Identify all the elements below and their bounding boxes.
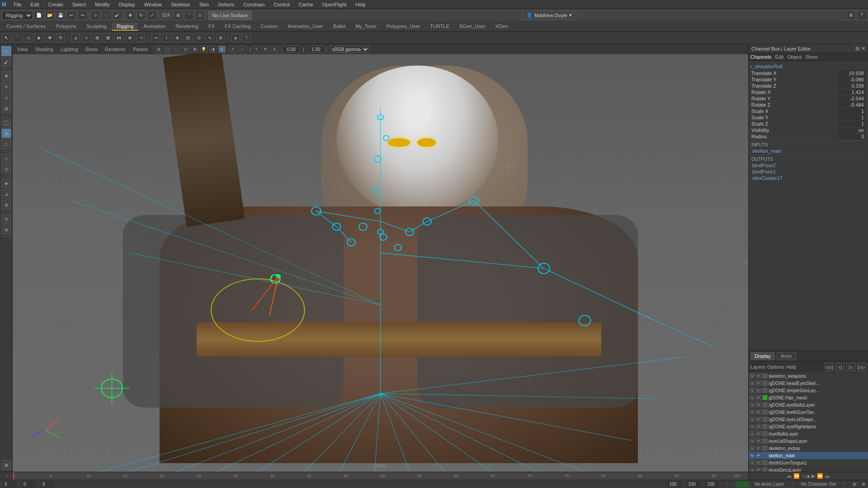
disconnect-joint-btn[interactable]: ⋈	[114, 33, 123, 42]
menu-deform[interactable]: Deform	[216, 2, 236, 7]
scale-btn[interactable]: ⤢	[147, 11, 156, 20]
timeline-ruler[interactable]: 0 5 10 15 20 25 30 35 40 45 50 55 60 65 …	[13, 472, 748, 480]
sculpt-btn[interactable]: ⊚	[1, 128, 11, 138]
render-btn[interactable]: ⊙	[1, 214, 11, 224]
output-skincluster17[interactable]: skinCluster17	[750, 175, 866, 181]
wire-btn[interactable]: ∿	[205, 33, 214, 42]
output-bindpose2[interactable]: bindPose2	[750, 162, 866, 169]
value-field-2[interactable]	[307, 46, 325, 53]
layer-hair-mesh[interactable]: V P gDONE:Hair_mesh	[749, 394, 868, 401]
layer-teethgumtongue[interactable]: V P /teethGumTongue1	[749, 459, 868, 466]
rp-close-btn[interactable]: ✕	[861, 46, 865, 52]
tab-fx[interactable]: FX	[204, 23, 219, 31]
rp-channels-tab[interactable]: Channels	[750, 54, 771, 60]
shadows-btn[interactable]: ◑	[209, 46, 217, 53]
layer-eyelid[interactable]: V P /gDONE:eyeLidShape...	[749, 416, 868, 423]
display-tab[interactable]: Display	[750, 352, 775, 360]
layer-eyerig[interactable]: V P /gDONE:eyeRigHelpers	[749, 423, 868, 430]
vp-shading-menu[interactable]: Shading	[33, 47, 56, 52]
lattice-btn[interactable]: ⊟	[184, 33, 193, 42]
wrap-btn[interactable]: ⊙	[194, 33, 203, 42]
soft-select-btn[interactable]: ◈	[34, 33, 43, 42]
frame-end2-field[interactable]: 100	[705, 481, 719, 488]
paint-select-btn[interactable]: ◁	[24, 33, 33, 42]
step-back-btn[interactable]: ⏪	[793, 473, 801, 479]
region-select-btn[interactable]: ⊡	[1, 164, 11, 174]
menu-openflight[interactable]: OpenFlight	[321, 2, 349, 7]
settings-btn[interactable]: ⚙	[846, 11, 855, 20]
play-back-btn[interactable]: ◁	[801, 473, 806, 479]
ipr-btn[interactable]: ⊛	[1, 225, 11, 235]
go-start-btn[interactable]: ⏮	[786, 474, 793, 479]
menu-create[interactable]: Create	[47, 2, 65, 7]
attr-translate-x[interactable]: Translate X 19.938	[750, 70, 866, 76]
grid-btn[interactable]: #	[230, 46, 237, 53]
tab-rigging[interactable]: Rigging	[112, 23, 138, 31]
arrow-select-btn[interactable]: ↖	[2, 33, 11, 42]
menu-skin[interactable]: Skin	[198, 2, 211, 7]
lights-btn[interactable]: 💡	[200, 46, 208, 53]
vp-renderer-menu[interactable]: Renderer	[102, 47, 128, 52]
hud-btn[interactable]: ⊹	[239, 46, 246, 53]
menu-help[interactable]: Help	[354, 2, 368, 7]
attr-rotate-x[interactable]: Rotate X 1.424	[750, 89, 866, 95]
input-skelton-main[interactable]: skelton_main	[750, 148, 866, 154]
rp-maximize-btn[interactable]: ⊞	[855, 46, 859, 52]
plus-btn[interactable]: +	[231, 33, 240, 42]
anim-tab[interactable]: Anim	[777, 352, 796, 360]
camera-btn[interactable]: ⊠	[1, 460, 11, 470]
play-fwd-btn[interactable]: ▶	[811, 473, 816, 479]
snap-curve-btn[interactable]: ⌒	[184, 11, 193, 20]
frame-marker-field[interactable]: 0	[41, 481, 54, 488]
move-manip-btn[interactable]: ✥	[45, 33, 54, 42]
layer-eyelidshape[interactable]: V P /eyeLidShapeLayer	[749, 437, 868, 445]
joint-tool-btn[interactable]: ⊿	[71, 33, 80, 42]
layer-simplegeo[interactable]: V P /gDONE:simpleGeoLay...	[749, 387, 868, 394]
reroot-btn[interactable]: ⊞	[93, 33, 102, 42]
tab-xgen-user[interactable]: XGen_User	[455, 23, 490, 31]
attr-visibility[interactable]: Visibility on	[750, 127, 866, 133]
color-space-select[interactable]: sRGB gamma	[329, 46, 369, 53]
tab-fx-caching[interactable]: FX Caching	[220, 23, 255, 31]
layer-scroll-left-btn[interactable]: ◁◁	[825, 362, 834, 371]
menu-window[interactable]: Window	[142, 2, 164, 7]
value-field-1[interactable]	[282, 46, 300, 53]
viewport[interactable]: View Shading Lighting Show Renderer Pane…	[13, 44, 748, 472]
attr-scale-y[interactable]: Scale Y 1	[750, 114, 866, 121]
menu-skeleton[interactable]: Skeleton	[169, 2, 192, 7]
snap-point-btn[interactable]: ⊙	[195, 11, 204, 20]
smooth-btn[interactable]: ◯	[164, 46, 171, 53]
translate-vis-btn[interactable]: T	[253, 46, 260, 53]
layers-options-label[interactable]: Options	[767, 364, 784, 370]
new-scene-btn[interactable]: 📄	[34, 11, 43, 20]
frame-start-field[interactable]: 0	[3, 481, 16, 488]
attr-scale-z[interactable]: Scale Z 1	[750, 121, 866, 127]
undo-btn[interactable]: ↩	[67, 11, 76, 20]
save-scene-btn[interactable]: 💾	[56, 11, 65, 20]
mode-select[interactable]: Rigging	[2, 11, 33, 20]
scale-vis-btn[interactable]: S	[271, 46, 278, 53]
menu-control[interactable]: Control	[272, 2, 291, 7]
layer-teethgum[interactable]: V P /gDONE:teethGumTon...	[749, 408, 868, 416]
move-btn[interactable]: ✥	[126, 11, 135, 20]
flat-btn[interactable]: □	[173, 46, 180, 53]
annotation-btn[interactable]: ⊕	[1, 200, 11, 210]
rotate-vis-btn[interactable]: R	[262, 46, 269, 53]
layers-help-label[interactable]: Help	[786, 364, 797, 370]
vp-lighting-menu[interactable]: Lighting	[58, 47, 81, 52]
poly-edit-btn[interactable]: □	[1, 139, 11, 149]
record-btn[interactable]	[736, 481, 749, 488]
menu-select[interactable]: Select	[71, 2, 88, 7]
tab-animation-user[interactable]: Animation_User	[283, 23, 327, 31]
attr-rotate-y[interactable]: Rotate Y -2.544	[750, 95, 866, 102]
layer-skeleton-extras[interactable]: V P skeleton_extras	[749, 445, 868, 452]
rp-object-tab[interactable]: Object	[787, 54, 802, 60]
move-tool-btn[interactable]: ✥	[1, 71, 11, 81]
layer-eyeballs[interactable]: V P /gDONE:eyeBallsLayer	[749, 401, 868, 408]
tab-xgen[interactable]: XGen	[491, 23, 512, 31]
tab-rendering[interactable]: Rendering	[171, 23, 203, 31]
select-mode-btn[interactable]: ↖	[1, 46, 11, 56]
layers-label[interactable]: Layers	[750, 364, 765, 370]
vp-show-menu[interactable]: Show	[83, 47, 101, 52]
snap-settings-btn[interactable]: ◈	[1, 178, 11, 188]
